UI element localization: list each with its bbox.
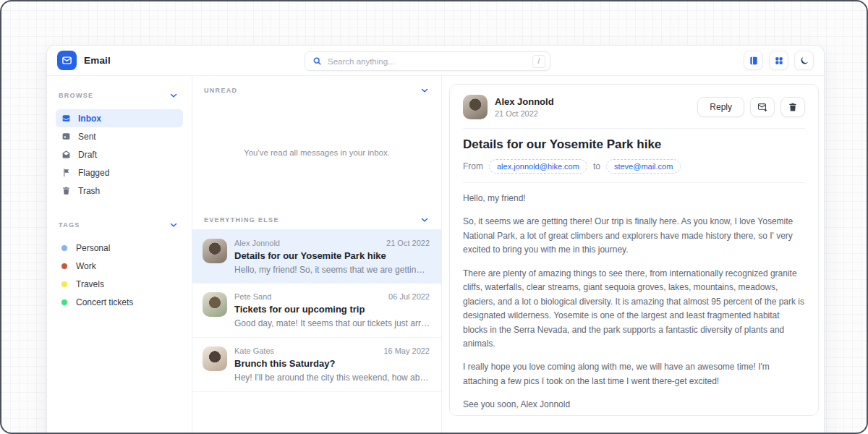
unread-label: UNREAD [204,87,237,94]
tag-color-dot [61,281,67,287]
sidebar-item-trash[interactable]: Trash [56,182,183,200]
body-paragraph: I really hope you love coming along with… [463,360,805,388]
email-subject: Tickets for our upcoming trip [234,304,430,315]
email-sender: Alex Jonnold [234,239,280,247]
tag-color-dot [61,299,67,305]
tag-label: Personal [76,243,110,253]
flag-icon [61,168,71,177]
reading-pane: Alex Jonnold 21 Oct 2022 Reply [442,76,824,434]
envelope-plus-icon [757,102,767,112]
detail-date: 21 Oct 2022 [495,109,554,118]
email-detail-card: Alex Jonnold 21 Oct 2022 Reply [449,84,819,416]
tag-color-dot [61,245,67,251]
grid-button[interactable] [769,51,788,70]
everything-else-label: EVERYTHING ELSE [204,216,279,224]
sidebar-item-flagged[interactable]: Flagged [56,163,183,182]
email-summary: Kate Gates 16 May 2022 Brunch this Satur… [234,346,430,383]
body-paragraph: See you soon, Alex Jonnold [463,398,805,412]
email-date: 21 Oct 2022 [386,239,430,247]
email-detail-header: Alex Jonnold 21 Oct 2022 Reply [463,95,805,119]
reply-button[interactable]: Reply [697,97,744,117]
sidebar-item-draft[interactable]: Draft [56,145,183,163]
moon-icon [799,56,809,66]
tag-item-personal[interactable]: Personal [56,239,183,257]
detail-actions: Reply [697,97,805,117]
email-date: 16 May 2022 [383,346,430,355]
avatar [463,95,488,119]
email-body: Hello, my friend! So, it seems we are ge… [463,192,805,412]
tag-item-work[interactable]: Work [56,257,183,275]
dark-mode-button[interactable] [794,51,814,70]
book-button[interactable] [744,51,763,70]
sidebar: BROWSE Inbox Sent Draft [47,76,192,434]
chevron-down-icon[interactable] [169,90,179,101]
from-to-row: From alex.jonnold@hike.com to steve@mail… [463,159,805,174]
search-bar[interactable]: / [305,51,550,71]
tags-label: TAGS [59,221,80,229]
email-preview: Good day, mate! It seems that our ticket… [234,318,430,328]
sidebar-item-label: Draft [78,150,97,160]
email-date: 06 Jul 2022 [388,292,430,301]
from-label: From [463,161,483,171]
desktop-background: Email / BROWS [0,0,868,434]
browse-section-header: BROWSE [56,86,183,105]
email-list: Alex Jonnold 21 Oct 2022 Details for our… [192,229,441,392]
email-preview: Hello, my friend! So, it seems that we a… [234,265,430,275]
chevron-down-icon[interactable] [420,85,430,95]
email-app-window: Email / BROWS [46,45,825,434]
sidebar-item-sent[interactable]: Sent [56,127,183,145]
sidebar-item-inbox[interactable]: Inbox [56,109,183,127]
detail-sender-name: Alex Jonnold [495,96,554,107]
avatar [203,239,227,263]
trash-icon [788,102,798,112]
inbox-icon [61,114,71,123]
app-title: Email [84,55,111,66]
tag-item-travels[interactable]: Travels [56,275,183,293]
top-actions [744,51,814,70]
to-address-chip[interactable]: steve@mail.com [606,159,681,174]
search-input[interactable] [328,57,532,66]
email-list-item[interactable]: Pete Sand 06 Jul 2022 Tickets for our up… [192,284,441,338]
chevron-down-icon[interactable] [420,215,430,225]
avatar [203,346,227,371]
tag-color-dot [61,263,67,269]
body-paragraph: There are plenty of amazing things to se… [463,267,805,352]
email-sender: Pete Sand [234,292,271,301]
app-logo [57,51,77,70]
search-shortcut-badge: / [532,55,545,68]
sidebar-item-label: Inbox [78,114,101,124]
browse-nav: Inbox Sent Draft Flagged [56,109,183,200]
chevron-down-icon[interactable] [169,220,179,230]
delete-button[interactable] [780,97,805,117]
tag-label: Concert tickets [76,297,133,307]
body-paragraph: So, it seems we are getting there! Our t… [463,215,805,257]
grid-icon [774,56,784,66]
email-summary: Alex Jonnold 21 Oct 2022 Details for our… [234,239,430,275]
divider [463,182,805,183]
email-summary: Pete Sand 06 Jul 2022 Tickets for our up… [234,292,430,328]
divider [463,128,805,129]
mark-unread-button[interactable] [750,97,775,117]
sidebar-item-label: Flagged [78,168,109,178]
to-label: to [593,161,600,171]
email-subject: Brunch this Saturday? [234,358,430,369]
sent-icon [61,132,71,141]
search-icon [312,56,322,66]
email-list-item[interactable]: Kate Gates 16 May 2022 Brunch this Satur… [192,338,441,392]
top-bar: Email / [47,46,824,76]
unread-section-header: UNREAD [192,76,441,100]
from-address-chip[interactable]: alex.jonnold@hike.com [489,159,587,174]
email-list-item[interactable]: Alex Jonnold 21 Oct 2022 Details for our… [192,230,441,284]
avatar [203,292,227,317]
trash-icon [61,186,71,195]
body-paragraph: Hello, my friend! [463,192,805,205]
message-list-column: UNREAD You've read all messages in your … [192,76,442,434]
tag-item-concert-tickets[interactable]: Concert tickets [56,293,183,311]
book-icon [749,56,759,66]
detail-subject: Details for our Yosemite Park hike [463,137,805,152]
tags-section-header: TAGS [56,216,183,234]
envelope-icon [61,55,72,66]
sidebar-item-label: Sent [78,132,96,142]
unread-empty-state: You've read all messages in your inbox. [192,100,441,205]
everything-else-section-header: EVERYTHING ELSE [192,205,441,229]
